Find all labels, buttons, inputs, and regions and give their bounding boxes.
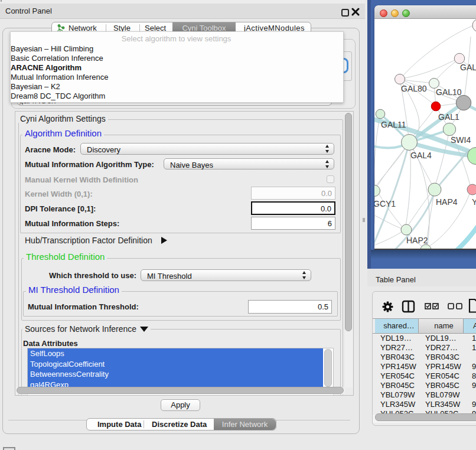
svg-text:Y: Y: [472, 197, 476, 207]
svg-text:HAP4: HAP4: [436, 197, 458, 207]
svg-text:GAL80: GAL80: [401, 84, 427, 93]
svg-text:GAL11: GAL11: [381, 120, 406, 129]
svg-text:GAL4: GAL4: [410, 151, 432, 160]
svg-text:GAL1: GAL1: [438, 112, 459, 122]
svg-text:HAP2: HAP2: [406, 236, 428, 245]
svg-text:GAL: GAL: [460, 63, 476, 72]
svg-text:GAL10: GAL10: [436, 87, 462, 97]
svg-text:GCY1: GCY1: [374, 199, 396, 208]
svg-text:SWI4: SWI4: [451, 135, 471, 145]
